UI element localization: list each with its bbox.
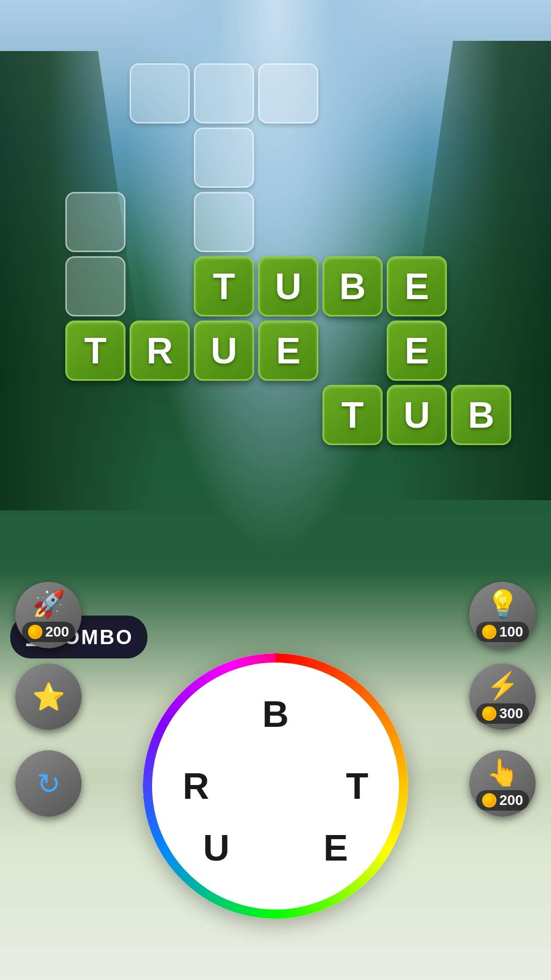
hand-cost-badge: 200 (476, 790, 530, 811)
lightning-icon: ⚡ (486, 670, 519, 701)
letter-R: R (130, 321, 190, 381)
lightning-button[interactable]: ⚡ 300 (469, 664, 536, 730)
empty-tile (130, 63, 190, 124)
empty-tile (194, 63, 254, 124)
hand-cost: 200 (499, 792, 523, 808)
coin-icon (482, 793, 496, 807)
wheel-letter-R[interactable]: R (183, 765, 209, 807)
wheel-ring: B T E U R (143, 653, 408, 919)
refresh-button[interactable]: ↻ (15, 750, 82, 817)
coin-icon (482, 625, 496, 639)
letter-U: U (258, 256, 318, 316)
refresh-icon: ↻ (37, 767, 61, 800)
lightning-cost: 300 (499, 705, 523, 722)
wheel-letter-E[interactable]: E (323, 827, 348, 869)
hand-icon: 👆 (486, 757, 519, 788)
lightning-cost-badge: 300 (476, 703, 530, 724)
empty-tile (258, 63, 318, 124)
hand-button[interactable]: 👆 200 (469, 750, 536, 817)
wheel-letter-B[interactable]: B (262, 693, 289, 735)
coin-icon (28, 625, 42, 639)
bulb-button[interactable]: 💡 100 (469, 582, 536, 648)
star-button[interactable]: ⭐ (15, 664, 82, 730)
letter-E2: E (387, 321, 447, 381)
letter-U: U (194, 321, 254, 381)
empty-tile (194, 192, 254, 252)
letter-U: U (387, 385, 447, 445)
bulb-icon: 💡 (486, 589, 519, 620)
rocket-cost-badge: 200 (22, 622, 76, 642)
letter-E: E (387, 256, 447, 316)
empty-tile (194, 128, 254, 188)
rocket-icon: 🚀 (32, 589, 65, 620)
letter-B: B (322, 256, 383, 316)
bulb-cost: 100 (499, 624, 523, 640)
letter-T: T (194, 256, 254, 316)
letter-wheel[interactable]: B T E U R (143, 653, 408, 919)
letter-E: E (258, 321, 318, 381)
letter-T: T (322, 385, 383, 445)
rocket-cost: 200 (45, 624, 69, 640)
wheel-letter-U[interactable]: U (203, 827, 230, 869)
empty-tile (65, 256, 126, 316)
letter-B: B (451, 385, 511, 445)
wheel-inner: B T E U R (152, 663, 399, 910)
star-icon: ⭐ (32, 681, 65, 713)
bulb-cost-badge: 100 (476, 622, 530, 642)
rocket-button[interactable]: 🚀 200 (15, 582, 82, 648)
letter-T: T (65, 321, 126, 381)
wheel-letter-T[interactable]: T (346, 765, 368, 807)
empty-tile (65, 192, 126, 252)
game-screen: T U B E T R U E E T U B 1 COMBO B T E (0, 0, 551, 980)
coin-icon (482, 706, 496, 721)
